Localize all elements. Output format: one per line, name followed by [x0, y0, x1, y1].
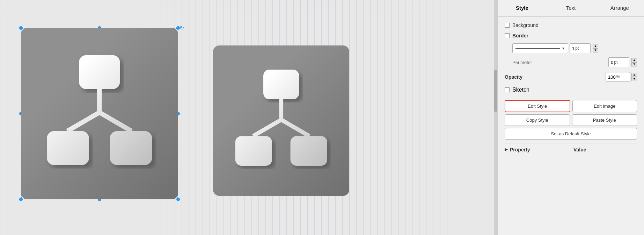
svg-rect-6 [263, 70, 299, 99]
opacity-input[interactable]: 100 % [606, 72, 630, 82]
perimeter-down[interactable]: ▼ [631, 62, 637, 66]
svg-rect-4 [47, 131, 89, 165]
border-line-preview [515, 48, 560, 49]
canvas[interactable]: ↻ [0, 0, 497, 235]
border-label: Border [512, 33, 528, 38]
svg-line-3 [100, 113, 132, 131]
svg-line-9 [281, 120, 309, 136]
border-dropdown-arrow: ▼ [562, 47, 565, 50]
panel-content: Background Border ▼ 1 pt ▲ ▼ Perimeter [498, 17, 644, 235]
border-pt-spinner: ▲ ▼ [593, 44, 598, 52]
border-section: Border [505, 33, 637, 38]
property-header: ▶ Property Value [505, 143, 637, 155]
property-table: ▶ Property Value [505, 143, 637, 155]
handle-top-left[interactable] [19, 26, 23, 30]
perimeter-label: Perimeter [505, 60, 608, 65]
tab-text[interactable]: Text [547, 0, 595, 16]
tab-style[interactable]: Style [498, 0, 547, 16]
background-label: Background [512, 22, 539, 28]
tab-arrange[interactable]: Arrange [595, 0, 644, 16]
selected-shape[interactable]: ↻ [21, 28, 178, 199]
canvas-scrollbar[interactable] [494, 0, 497, 235]
sketch-checkbox[interactable] [505, 87, 510, 92]
org-chart-shape-selected[interactable] [21, 28, 178, 199]
border-line-selector[interactable]: ▼ [512, 43, 568, 53]
border-pt-value: 1 [572, 46, 575, 51]
border-pt-input[interactable]: 1 pt [570, 43, 591, 53]
svg-rect-11 [290, 136, 327, 166]
sketch-row: Sketch [505, 87, 637, 93]
border-pt-down[interactable]: ▼ [593, 48, 598, 52]
set-default-style-button[interactable]: Set as Default Style [505, 128, 637, 140]
perimeter-row: Perimeter 0 pt ▲ ▼ [505, 57, 637, 67]
handle-bot-right[interactable] [176, 198, 180, 201]
border-controls: ▼ 1 pt ▲ ▼ [505, 43, 637, 53]
svg-line-8 [253, 120, 281, 136]
property-expand-arrow[interactable]: ▶ [505, 147, 508, 152]
svg-rect-5 [110, 131, 152, 165]
opacity-value: 100 [608, 74, 616, 80]
background-row: Background [505, 22, 637, 28]
org-chart-svg-2 [230, 64, 332, 177]
border-pt-unit: pt [575, 46, 579, 51]
opacity-unit: % [616, 74, 620, 79]
style-buttons: Edit Style Edit Image Copy Style Paste S… [505, 100, 637, 140]
property-col2: Value [573, 147, 637, 152]
scrollbar-thumb[interactable] [494, 70, 497, 112]
btn-row-1: Edit Style Edit Image [505, 100, 637, 112]
opacity-spinner: ▲ ▼ [631, 73, 637, 81]
perimeter-up[interactable]: ▲ [631, 58, 637, 62]
handle-bot-left[interactable] [19, 198, 23, 201]
opacity-row: Opacity 100 % ▲ ▼ [505, 72, 637, 82]
opacity-label: Opacity [505, 74, 606, 80]
right-panel: Style Text Arrange Background Border ▼ 1… [497, 0, 644, 235]
sketch-label: Sketch [512, 87, 529, 93]
btn-row-3: Set as Default Style [505, 128, 637, 140]
perimeter-value: 0 [611, 60, 613, 65]
btn-row-2: Copy Style Paste Style [505, 114, 637, 126]
perimeter-spinner: ▲ ▼ [631, 58, 637, 66]
svg-rect-0 [79, 55, 120, 89]
org-chart-shape-unselected[interactable] [213, 45, 349, 196]
svg-rect-10 [235, 136, 272, 166]
opacity-up[interactable]: ▲ [631, 73, 637, 77]
border-checkbox[interactable] [505, 33, 510, 38]
copy-style-button[interactable]: Copy Style [505, 114, 570, 126]
panel-tabs: Style Text Arrange [498, 0, 644, 17]
opacity-down[interactable]: ▼ [631, 77, 637, 81]
edit-image-button[interactable]: Edit Image [572, 100, 637, 112]
edit-style-button[interactable]: Edit Style [505, 100, 570, 112]
perimeter-unit: pt [614, 60, 617, 65]
unselected-shape[interactable] [213, 45, 349, 196]
org-chart-svg [41, 49, 159, 178]
svg-line-2 [67, 113, 100, 131]
paste-style-button[interactable]: Paste Style [572, 114, 637, 126]
perimeter-value-input[interactable]: 0 pt [608, 57, 629, 67]
rotate-handle[interactable]: ↻ [180, 24, 185, 30]
property-col1: Property [510, 147, 573, 152]
background-checkbox[interactable] [505, 23, 510, 28]
border-pt-up[interactable]: ▲ [593, 44, 598, 48]
